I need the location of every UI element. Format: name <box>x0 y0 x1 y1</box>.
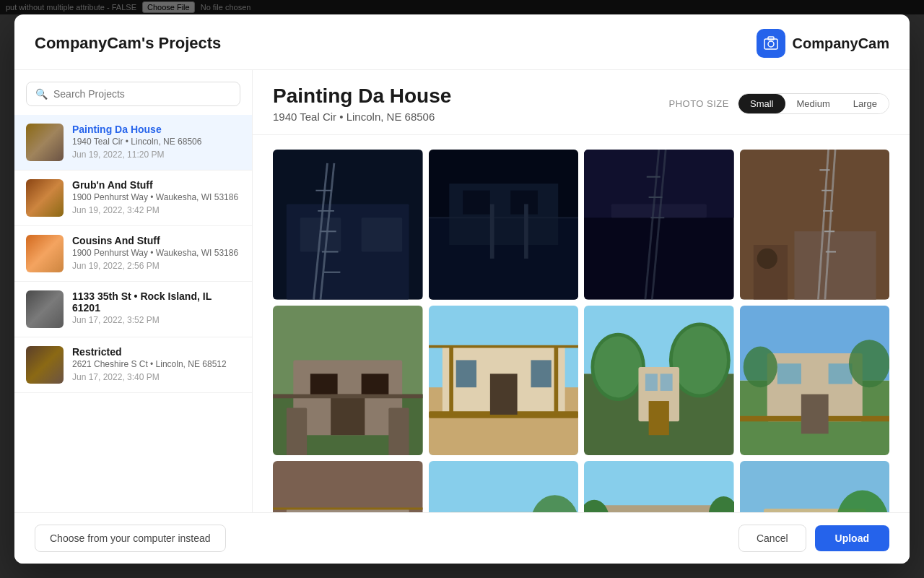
svg-rect-78 <box>777 363 801 384</box>
photo-cell[interactable] <box>584 306 734 456</box>
photo-cell[interactable] <box>273 461 423 512</box>
modal-header: CompanyCam's Projects CompanyCam <box>14 14 910 70</box>
svg-rect-71 <box>645 374 658 391</box>
svg-rect-2 <box>768 37 774 40</box>
modal-body: 🔍 Painting Da House1940 Teal Cir • Linco… <box>14 70 910 512</box>
project-header-info: Painting Da House 1940 Teal Cir • Lincol… <box>273 85 451 123</box>
project-address: 1900 Penhurst Way • Waukesha, WI 53186 <box>72 192 240 204</box>
svg-rect-60 <box>489 374 517 415</box>
photo-cell[interactable] <box>740 306 890 456</box>
svg-rect-59 <box>531 360 551 387</box>
svg-rect-32 <box>584 150 734 300</box>
svg-point-67 <box>594 336 642 397</box>
svg-rect-73 <box>649 401 669 435</box>
project-address: 1940 Teal Cir • Lincoln, NE 68506 <box>72 137 240 148</box>
svg-rect-48 <box>310 374 338 397</box>
svg-rect-35 <box>794 231 876 299</box>
project-date: Jun 19, 2022, 11:20 PM <box>72 150 240 160</box>
project-header: Painting Da House 1940 Teal Cir • Lincol… <box>253 70 910 135</box>
svg-point-69 <box>673 326 727 394</box>
photo-cell[interactable] <box>273 306 423 456</box>
project-header-title: Painting Da House <box>273 85 451 108</box>
project-item[interactable]: Restricted2621 Cheshire S Ct • Lincoln, … <box>14 337 252 393</box>
project-thumbnail <box>26 124 64 161</box>
size-button-large[interactable]: Large <box>842 94 889 113</box>
svg-rect-52 <box>287 407 307 455</box>
svg-point-81 <box>743 346 777 387</box>
modal-dialog: CompanyCam's Projects CompanyCam 🔍 <box>14 14 910 564</box>
project-name: Restricted <box>72 346 240 358</box>
svg-point-44 <box>757 249 777 269</box>
svg-rect-58 <box>456 360 476 387</box>
modal-footer: Choose from your computer instead Cancel… <box>14 512 910 564</box>
project-name: 1133 35th St • Rock Island, IL 61201 <box>72 290 240 314</box>
project-date: Jun 17, 2022, 3:40 PM <box>72 372 240 382</box>
svg-rect-72 <box>661 374 673 391</box>
search-container: 🔍 <box>14 70 252 115</box>
project-name: Cousins And Stuff <box>72 235 240 246</box>
photo-cell[interactable] <box>429 461 579 512</box>
size-options: SmallMediumLarge <box>738 93 889 114</box>
project-thumbnail <box>26 179 64 217</box>
photo-cell[interactable] <box>740 150 890 300</box>
photo-size-controls: PHOTO SIZE SmallMediumLarge <box>668 93 889 114</box>
project-address: 2621 Cheshire S Ct • Lincoln, NE 68512 <box>72 359 240 371</box>
photo-cell[interactable] <box>584 461 734 512</box>
photo-grid <box>273 150 889 512</box>
project-item[interactable]: Painting Da House1940 Teal Cir • Lincoln… <box>14 115 252 171</box>
footer-actions: Cancel Upload <box>738 525 889 552</box>
svg-rect-80 <box>801 394 828 434</box>
upload-button[interactable]: Upload <box>815 525 889 551</box>
project-name: Painting Da House <box>72 124 240 135</box>
modal-overlay: CompanyCam's Projects CompanyCam 🔍 <box>0 0 924 578</box>
photo-size-label: PHOTO SIZE <box>668 98 729 109</box>
project-thumbnail <box>26 235 64 272</box>
cancel-button[interactable]: Cancel <box>738 525 806 552</box>
svg-rect-0 <box>764 39 777 49</box>
svg-rect-50 <box>331 394 365 435</box>
svg-point-82 <box>848 340 889 387</box>
size-button-small[interactable]: Small <box>738 94 785 113</box>
photo-cell[interactable] <box>429 306 579 456</box>
project-item[interactable]: Cousins And Stuff1900 Penhurst Way • Wau… <box>14 226 252 282</box>
project-address: 1900 Penhurst Way • Waukesha, WI 53186 <box>72 248 240 259</box>
project-item[interactable]: 1133 35th St • Rock Island, IL 61201Jun … <box>14 282 252 337</box>
project-thumbnail <box>26 290 64 328</box>
svg-point-1 <box>768 41 774 47</box>
size-button-medium[interactable]: Medium <box>785 94 842 113</box>
main-content: Painting Da House 1940 Teal Cir • Lincol… <box>253 70 910 512</box>
svg-rect-51 <box>273 394 423 398</box>
brand-logo: CompanyCam <box>757 29 889 58</box>
search-box: 🔍 <box>26 82 240 106</box>
svg-rect-79 <box>828 363 852 384</box>
search-input[interactable] <box>53 88 231 100</box>
project-item[interactable]: Grub'n And Stuff1900 Penhurst Way • Wauk… <box>14 171 252 226</box>
project-header-address: 1940 Teal Cir • Lincoln, NE 68506 <box>273 111 451 123</box>
svg-rect-62 <box>554 346 558 414</box>
svg-rect-23 <box>429 150 579 300</box>
choose-computer-button[interactable]: Choose from your computer instead <box>35 525 226 552</box>
svg-rect-49 <box>362 374 389 397</box>
photo-grid-container[interactable] <box>253 135 910 512</box>
project-list: Painting Da House1940 Teal Cir • Lincoln… <box>14 115 252 512</box>
project-date: Jun 17, 2022, 3:52 PM <box>72 315 240 325</box>
svg-rect-61 <box>449 346 453 414</box>
brand-icon <box>757 29 785 58</box>
svg-rect-14 <box>273 150 423 300</box>
sidebar: 🔍 Painting Da House1940 Teal Cir • Linco… <box>14 70 253 512</box>
project-date: Jun 19, 2022, 2:56 PM <box>72 261 240 271</box>
project-name: Grub'n And Stuff <box>72 179 240 191</box>
svg-rect-101 <box>601 505 717 512</box>
project-date: Jun 19, 2022, 3:42 PM <box>72 205 240 215</box>
brand-name: CompanyCam <box>793 35 889 52</box>
photo-cell[interactable] <box>584 150 734 300</box>
photo-cell[interactable] <box>273 150 423 300</box>
photo-cell[interactable] <box>429 150 579 300</box>
search-icon: 🔍 <box>35 88 48 100</box>
svg-rect-83 <box>273 461 423 512</box>
photo-cell[interactable] <box>740 461 890 512</box>
svg-rect-53 <box>388 407 409 455</box>
modal-title: CompanyCam's Projects <box>35 34 221 53</box>
project-thumbnail <box>26 346 64 384</box>
